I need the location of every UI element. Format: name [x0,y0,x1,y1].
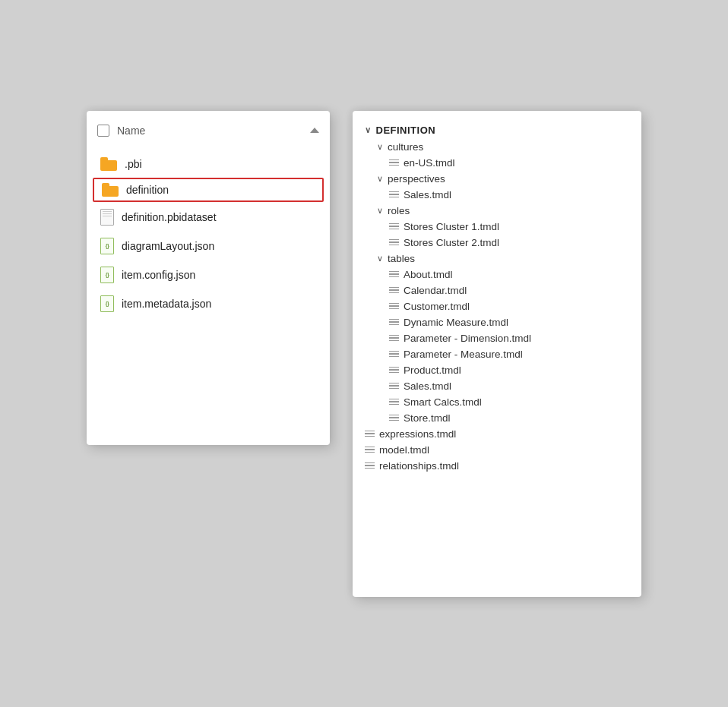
list-item[interactable]: en-US.tmdl [365,155,641,171]
file-name: Product.tmdl [404,365,461,376]
json-icon: {} [100,295,114,312]
file-name: Dynamic Measure.tmdl [404,317,508,328]
tree-group-header[interactable]: ∨ perspectives [365,171,641,187]
tree-root-label: DEFINITION [376,125,436,136]
file-lines-icon [389,383,399,390]
list-item[interactable]: relationships.tmdl [353,458,641,474]
tree-group-label: roles [388,205,410,216]
list-item[interactable]: {} item.config.json [87,261,330,289]
chevron-down-icon: ∨ [377,174,383,184]
file-name: About.tmdl [404,269,453,280]
chevron-down-icon: ∨ [377,254,383,264]
list-item[interactable]: expressions.tmdl [353,426,641,442]
file-name: Parameter - Dimension.tmdl [404,333,531,344]
file-name: definition.pbidataset [122,211,217,223]
list-item[interactable]: Store.tmdl [365,410,641,426]
document-icon [100,209,114,226]
list-item[interactable]: Stores Cluster 1.tmdl [365,219,641,235]
file-name: expressions.tmdl [379,428,456,440]
file-lines-icon [389,287,399,294]
chevron-down-icon: ∨ [365,125,372,135]
tree-view-panel: ∨ DEFINITION ∨ cultures en-US.tmdl ∨ per… [353,111,641,597]
json-icon: {} [100,267,114,283]
file-name: item.metadata.json [122,298,211,310]
file-lines-icon [389,239,399,246]
file-lines-icon [389,159,399,166]
list-item[interactable]: {} item.metadata.json [87,290,330,317]
list-item[interactable]: Parameter - Measure.tmdl [365,346,641,362]
tree-group-label: cultures [388,141,423,153]
file-name: Customer.tmdl [404,301,470,312]
list-item[interactable]: Smart Calcs.tmdl [365,394,641,410]
list-item[interactable]: definition.pbidataset [87,204,330,231]
file-name: Parameter - Measure.tmdl [404,349,523,360]
file-name: Sales.tmdl [404,380,451,392]
tree-group-label: perspectives [388,173,445,185]
list-item[interactable]: Calendar.tmdl [365,282,641,298]
file-lines-icon [389,415,399,421]
chevron-down-icon: ∨ [377,206,383,216]
file-lines-icon [365,431,375,437]
file-name: Calendar.tmdl [404,285,467,296]
file-name: en-US.tmdl [404,157,455,169]
file-lines-icon [389,223,399,230]
name-column-header: Name [117,125,145,137]
file-lines-icon [389,335,399,342]
file-lines-icon [365,462,375,469]
file-name: item.config.json [122,269,195,281]
list-item[interactable]: definition [93,178,324,202]
folder-icon [100,157,117,171]
tree-group-header[interactable]: ∨ tables [365,251,641,267]
file-lines-icon [389,191,399,198]
select-all-checkbox[interactable] [97,125,109,137]
file-name: diagramLayout.json [122,240,214,252]
tree-group-cultures: ∨ cultures en-US.tmdl ∨ perspectives Sal… [365,139,641,426]
json-icon: {} [100,238,114,254]
tree-group-header[interactable]: ∨ roles [365,203,641,219]
file-name: Sales.tmdl [404,189,451,200]
file-name: definition [126,184,169,196]
file-name: relationships.tmdl [379,460,459,472]
file-name: Stores Cluster 1.tmdl [404,221,499,232]
file-lines-icon [389,367,399,374]
tree-group-label: tables [388,253,415,264]
list-item[interactable]: Product.tmdl [365,362,641,378]
file-name: Store.tmdl [404,412,451,424]
list-item[interactable]: Stores Cluster 2.tmdl [365,235,641,251]
list-item[interactable]: {} diagramLayout.json [87,232,330,260]
file-lines-icon [389,351,399,358]
file-name: .pbi [125,158,142,170]
panel-header: Name [87,120,330,144]
list-item[interactable]: Customer.tmdl [365,298,641,314]
file-name: model.tmdl [379,444,429,456]
file-lines-icon [389,271,399,278]
file-lines-icon [365,447,375,453]
list-item[interactable]: model.tmdl [353,442,641,458]
file-name: Smart Calcs.tmdl [404,396,482,408]
list-item[interactable]: .pbi [87,152,330,176]
list-item[interactable]: Dynamic Measure.tmdl [365,314,641,330]
file-lines-icon [389,399,399,406]
list-item[interactable]: Sales.tmdl [365,187,641,203]
tree-group-header[interactable]: ∨ cultures [365,139,641,155]
file-lines-icon [389,319,399,326]
tree-root[interactable]: ∨ DEFINITION [353,122,641,139]
list-item[interactable]: Parameter - Dimension.tmdl [365,330,641,346]
folder-icon [102,183,119,197]
collapse-icon[interactable] [310,128,319,133]
file-name: Stores Cluster 2.tmdl [404,237,499,248]
list-item[interactable]: About.tmdl [365,267,641,282]
file-lines-icon [389,303,399,310]
file-explorer-panel: Name .pbi definition definition.pbidatas… [87,111,330,445]
file-list: .pbi definition definition.pbidataset {}… [87,144,330,325]
chevron-down-icon: ∨ [377,142,383,152]
list-item[interactable]: Sales.tmdl [365,378,641,394]
